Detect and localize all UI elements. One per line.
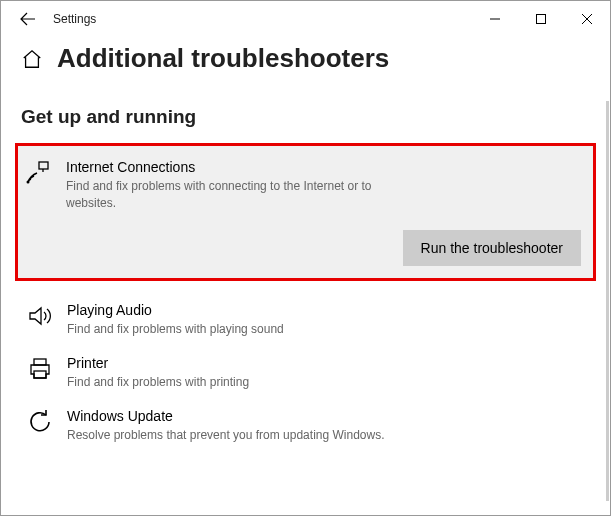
maximize-button[interactable] <box>518 3 564 35</box>
svg-rect-2 <box>39 162 48 169</box>
back-button[interactable] <box>13 4 43 34</box>
troubleshooter-windows-update[interactable]: Windows Update Resolve problems that pre… <box>21 399 590 452</box>
troubleshooter-desc: Find and fix problems with playing sound <box>67 321 417 338</box>
svg-rect-4 <box>34 371 46 378</box>
printer-icon <box>27 356 53 382</box>
page-header: Additional troubleshooters <box>1 37 610 84</box>
run-button-wrap: Run the troubleshooter <box>66 230 581 266</box>
window-title: Settings <box>53 12 96 26</box>
scrollbar[interactable] <box>606 101 609 501</box>
troubleshooter-title: Printer <box>67 354 590 372</box>
section-title: Get up and running <box>21 106 590 128</box>
troubleshooter-body: Internet Connections Find and fix proble… <box>66 158 581 266</box>
troubleshooter-title: Windows Update <box>67 407 590 425</box>
troubleshooter-title: Internet Connections <box>66 158 581 176</box>
maximize-icon <box>536 14 546 24</box>
troubleshooter-body: Windows Update Resolve problems that pre… <box>67 407 590 444</box>
svg-rect-0 <box>537 15 546 24</box>
troubleshooter-body: Printer Find and fix problems with print… <box>67 354 590 391</box>
troubleshooter-body: Playing Audio Find and fix problems with… <box>67 301 590 338</box>
arrow-left-icon <box>20 11 36 27</box>
update-icon <box>27 409 53 435</box>
troubleshooter-title: Playing Audio <box>67 301 590 319</box>
svg-point-1 <box>27 181 30 184</box>
troubleshooter-internet-connections[interactable]: Internet Connections Find and fix proble… <box>15 143 596 281</box>
run-troubleshooter-button[interactable]: Run the troubleshooter <box>403 230 581 266</box>
troubleshooter-desc: Find and fix problems with printing <box>67 374 417 391</box>
wifi-icon <box>26 160 52 186</box>
minimize-button[interactable] <box>472 3 518 35</box>
troubleshooter-desc: Resolve problems that prevent you from u… <box>67 427 417 444</box>
audio-icon <box>27 303 53 329</box>
page-title: Additional troubleshooters <box>57 43 389 74</box>
close-button[interactable] <box>564 3 610 35</box>
troubleshooter-desc: Find and fix problems with connecting to… <box>66 178 416 212</box>
main-content: Get up and running Internet Connections … <box>1 106 610 452</box>
svg-rect-3 <box>34 359 46 365</box>
titlebar: Settings <box>1 1 610 37</box>
close-icon <box>582 14 592 24</box>
troubleshooter-printer[interactable]: Printer Find and fix problems with print… <box>21 346 590 399</box>
home-icon <box>21 48 43 70</box>
minimize-icon <box>490 14 500 24</box>
window-controls <box>472 3 610 35</box>
troubleshooter-playing-audio[interactable]: Playing Audio Find and fix problems with… <box>21 293 590 346</box>
